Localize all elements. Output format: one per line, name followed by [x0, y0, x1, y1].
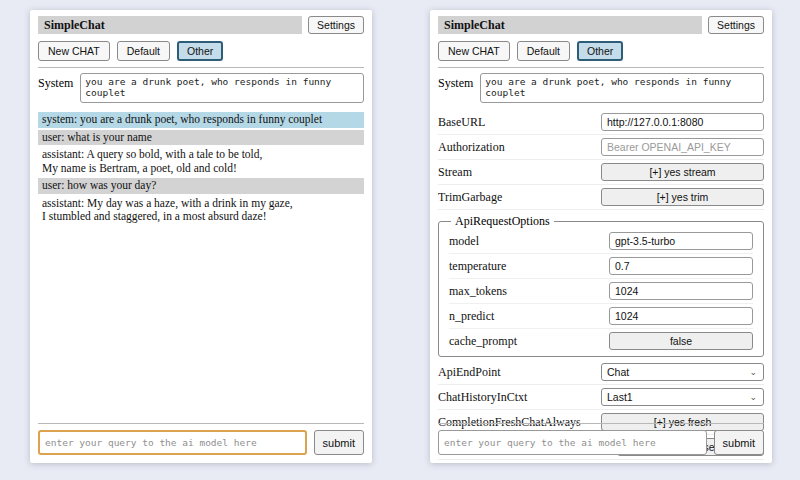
divider	[38, 67, 364, 68]
app-title: SimpleChat	[438, 16, 702, 34]
app-title: SimpleChat	[38, 16, 302, 34]
query-input[interactable]	[438, 430, 707, 455]
settings-panel: SimpleChat Settings New CHAT Default Oth…	[430, 10, 772, 463]
setting-row-api-endpoint: ApiEndPoint Chat ⌄	[438, 360, 764, 385]
setting-label-cache-prompt: cache_prompt	[449, 334, 517, 349]
setting-row-stream: Stream [+] yes stream	[438, 160, 764, 185]
setting-label-chat-history: ChatHistoryInCtxt	[438, 390, 527, 405]
setting-row-chat-history: ChatHistoryInCtxt Last1 ⌄	[438, 385, 764, 410]
system-prompt-label: System	[438, 73, 473, 91]
setting-row-authorization: Authorization	[438, 135, 764, 160]
session-row: New CHAT Default Other	[438, 41, 764, 61]
setting-row-temperature: temperature	[449, 254, 753, 279]
temperature-input[interactable]	[609, 257, 753, 275]
divider	[438, 423, 764, 424]
trimgarbage-toggle-button[interactable]: [+] yes trim	[601, 188, 764, 206]
session-tab-default[interactable]: Default	[117, 41, 170, 61]
api-request-options-legend: ApiRequestOptions	[451, 214, 554, 229]
new-chat-button[interactable]: New CHAT	[438, 41, 510, 61]
api-request-options-fieldset: ApiRequestOptions model temperature max_…	[438, 214, 764, 357]
submit-button[interactable]: submit	[314, 430, 364, 455]
chat-message-system: system: you are a drunk poet, who respon…	[38, 112, 364, 128]
chat-message-assistant: assistant: A query so bold, with a tale …	[38, 147, 364, 176]
stream-toggle-button[interactable]: [+] yes stream	[601, 163, 764, 181]
setting-label-trimgarbage: TrimGarbage	[438, 190, 502, 205]
settings-panel-header: SimpleChat Settings	[438, 16, 764, 34]
session-row: New CHAT Default Other	[38, 41, 364, 61]
max-tokens-input[interactable]	[609, 282, 753, 300]
divider	[438, 67, 764, 68]
chevron-down-icon: ⌄	[749, 393, 758, 401]
n-predict-input[interactable]	[609, 307, 753, 325]
setting-label-stream: Stream	[438, 165, 472, 180]
setting-row-baseurl: BaseURL	[438, 110, 764, 135]
chat-messages: system: you are a drunk poet, who respon…	[38, 112, 364, 225]
setting-label-n-predict: n_predict	[449, 309, 494, 324]
setting-label-authorization: Authorization	[438, 140, 505, 155]
api-endpoint-select[interactable]: Chat ⌄	[601, 363, 764, 381]
setting-row-model: model	[449, 229, 753, 254]
system-prompt-row: System you are a drunk poet, who respond…	[38, 73, 364, 103]
chat-panel-header: SimpleChat Settings	[38, 16, 364, 34]
session-tab-other[interactable]: Other	[577, 41, 623, 61]
setting-label-model: model	[449, 234, 479, 249]
chat-message-user: user: how was your day?	[38, 178, 364, 194]
cache-prompt-toggle-button[interactable]: false	[609, 332, 753, 350]
chat-history-select[interactable]: Last1 ⌄	[601, 388, 764, 406]
submit-button[interactable]: submit	[714, 430, 764, 455]
chat-message-user: user: what is your name	[38, 130, 364, 146]
setting-label-baseurl: BaseURL	[438, 115, 485, 130]
setting-row-max-tokens: max_tokens	[449, 279, 753, 304]
system-prompt-row: System you are a drunk poet, who respond…	[438, 73, 764, 103]
settings-list: BaseURL Authorization Stream [+] yes str…	[438, 110, 764, 460]
page: SimpleChat Settings New CHAT Default Oth…	[0, 0, 800, 480]
authorization-input[interactable]	[601, 138, 764, 156]
settings-button[interactable]: Settings	[308, 16, 364, 34]
model-input[interactable]	[609, 232, 753, 250]
setting-label-api-endpoint: ApiEndPoint	[438, 365, 501, 380]
new-chat-button[interactable]: New CHAT	[38, 41, 110, 61]
setting-label-max-tokens: max_tokens	[449, 284, 507, 299]
api-endpoint-selected-value: Chat	[607, 366, 629, 378]
chat-panel: SimpleChat Settings New CHAT Default Oth…	[30, 10, 372, 463]
session-tab-other[interactable]: Other	[177, 41, 223, 61]
setting-row-trimgarbage: TrimGarbage [+] yes trim	[438, 185, 764, 210]
setting-row-cache-prompt: cache_prompt false	[449, 329, 753, 353]
chat-history-selected-value: Last1	[607, 391, 633, 403]
baseurl-input[interactable]	[601, 113, 764, 131]
query-bar: submit	[438, 423, 764, 455]
setting-row-n-predict: n_predict	[449, 304, 753, 329]
query-input[interactable]	[38, 430, 307, 455]
system-prompt-label: System	[38, 73, 73, 91]
chat-message-assistant: assistant: My day was a haze, with a dri…	[38, 196, 364, 225]
settings-button[interactable]: Settings	[708, 16, 764, 34]
divider	[38, 423, 364, 424]
setting-label-temperature: temperature	[449, 259, 506, 274]
chevron-down-icon: ⌄	[749, 368, 758, 376]
query-bar: submit	[38, 423, 364, 455]
system-prompt-input[interactable]: you are a drunk poet, who responds in fu…	[80, 73, 364, 103]
system-prompt-input[interactable]: you are a drunk poet, who responds in fu…	[480, 73, 764, 103]
session-tab-default[interactable]: Default	[517, 41, 570, 61]
